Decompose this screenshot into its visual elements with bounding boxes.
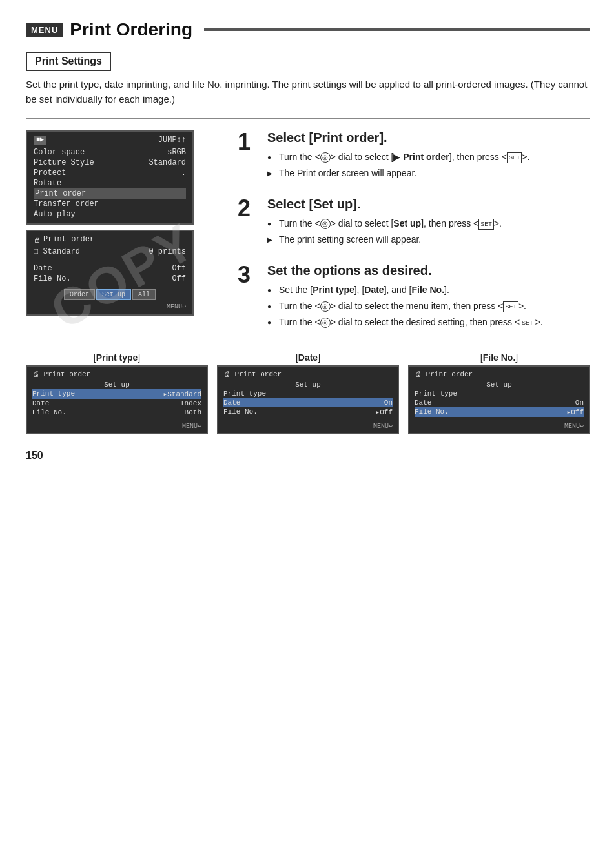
step-1-title: Select [Print order]. — [267, 130, 530, 145]
cam-header: ■▶ JUMP↕↑ — [34, 136, 186, 145]
pt-menu-bottom: MENU↩ — [32, 422, 201, 430]
print-settings-box: Print Settings — [26, 52, 111, 71]
date-label: [Date] — [217, 352, 399, 363]
pt-date: DateIndex — [32, 399, 201, 408]
set-icon-3: SET — [503, 301, 518, 313]
cam2-title: Print order — [43, 235, 94, 244]
step-1-arrow-1: The Print order screen will appear. — [267, 167, 530, 180]
cam2-row-fileno: File No.Off — [34, 274, 186, 284]
cam2-row-standard: □ Standard0 prints — [34, 247, 186, 257]
cam2-row-empty — [34, 257, 186, 263]
date-title: 🖨 Print order — [223, 370, 393, 378]
fn-title: 🖨 Print order — [415, 370, 584, 378]
step-2-content: Select [Set up]. Turn the <◎> dial to se… — [267, 197, 502, 249]
page-title: Print Ordering — [70, 19, 192, 40]
cam2-menu-bottom: MENU↩ — [34, 303, 186, 310]
step-2-bullets: Turn the <◎> dial to select [Set up], th… — [267, 217, 502, 247]
dial-icon-3: ◎ — [320, 301, 331, 312]
title-line-decoration — [204, 28, 590, 31]
camera-screen-2: 🖨 Print order □ Standard0 prints DateOff… — [26, 230, 194, 316]
section-divider — [26, 118, 590, 119]
date-setup: Set up — [223, 380, 393, 389]
dial-icon: ◎ — [320, 152, 331, 163]
cam-row-autoplay: Auto play — [34, 209, 186, 219]
cam-row-picturestyle: Picture StyleStandard — [34, 157, 186, 168]
step-1-content: Select [Print order]. Turn the <◎> dial … — [267, 130, 530, 183]
step-3-bullet-2: Turn the <◎> dial to select the menu ite… — [267, 299, 543, 313]
order-button[interactable]: Order — [64, 289, 95, 300]
set-icon: SET — [507, 152, 522, 164]
step-2-title: Select [Set up]. — [267, 197, 502, 212]
step-2: 2 Select [Set up]. Turn the <◎> dial to … — [238, 197, 590, 249]
cam-row-rotate: Rotate — [34, 178, 186, 188]
pt-fileno: File No.Both — [32, 408, 201, 417]
print-type-screen: 🖨 Print order Set up Print type▸Standard… — [26, 365, 208, 434]
step-3-bullets: Set the [Print type], [Date], and [File … — [267, 283, 543, 329]
step-1-bullets: Turn the <◎> dial to select [▶ Print ord… — [267, 150, 530, 180]
cam2-row-date: DateOff — [34, 263, 186, 274]
step-3-bullet-1: Set the [Print type], [Date], and [File … — [267, 283, 543, 297]
camera-screen-1: ■▶ JUMP↕↑ Color spacesRGB Picture StyleS… — [26, 130, 194, 225]
fileno-label: [File No.] — [408, 352, 590, 363]
print-settings-description: Set the print type, date imprinting, and… — [26, 77, 590, 106]
print-settings-heading: Print Settings — [35, 56, 102, 66]
date-screen-wrap: [Date] 🖨 Print order Set up Print type D… — [217, 352, 399, 434]
date-menu-bottom: MENU↩ — [223, 422, 393, 430]
fn-setup: Set up — [415, 380, 584, 389]
cam-row-transferorder: Transfer order — [34, 199, 186, 209]
step-2-number: 2 — [238, 197, 261, 220]
step-3-number: 3 — [238, 263, 261, 287]
right-column: 1 Select [Print order]. Turn the <◎> dia… — [226, 130, 590, 346]
pt-printtype: Print type▸Standard — [32, 389, 201, 399]
fileno-screen: 🖨 Print order Set up Print type DateOn F… — [408, 365, 590, 434]
bottom-section: [Print type] 🖨 Print order Set up Print … — [26, 352, 590, 434]
print-type-screen-wrap: [Print type] 🖨 Print order Set up Print … — [26, 352, 208, 434]
step-3-title: Set the options as desired. — [267, 263, 543, 278]
step-1-number: 1 — [238, 130, 261, 154]
step-2-bullet-1: Turn the <◎> dial to select [Set up], th… — [267, 217, 502, 230]
fn-printtype: Print type — [415, 389, 584, 398]
cam2-title-bar: 🖨 Print order — [34, 235, 186, 244]
fn-menu-bottom: MENU↩ — [415, 422, 584, 430]
bottom-screens-row: [Print type] 🖨 Print order Set up Print … — [26, 352, 590, 434]
left-column: ■▶ JUMP↕↑ Color spacesRGB Picture StyleS… — [26, 130, 226, 346]
cam2-btn-row: Order Set up All — [34, 289, 186, 300]
set-icon-2: SET — [478, 219, 494, 230]
dial-icon-2: ◎ — [320, 219, 331, 229]
step-3: 3 Set the options as desired. Set the [P… — [238, 263, 590, 332]
pt-setup: Set up — [32, 380, 201, 389]
pt-title: 🖨 Print order — [32, 370, 201, 378]
fileno-screen-wrap: [File No.] 🖨 Print order Set up Print ty… — [408, 352, 590, 434]
print-type-label: [Print type] — [26, 352, 208, 363]
step-1-bullet-1: Turn the <◎> dial to select [▶ Print ord… — [267, 150, 530, 164]
date-fileno: File No.▸Off — [223, 407, 393, 417]
cam-row-protect: Protect. — [34, 168, 186, 178]
play-icon: ■▶ — [34, 136, 46, 145]
setup-button[interactable]: Set up — [96, 289, 131, 300]
date-printtype: Print type — [223, 389, 393, 398]
jump-indicator: JUMP↕↑ — [158, 136, 186, 145]
fn-fileno: File No.▸Off — [415, 407, 584, 417]
print-order-icon: 🖨 — [34, 236, 41, 244]
all-button[interactable]: All — [132, 289, 156, 300]
step-2-arrow-1: The print setting screen will appear. — [267, 233, 502, 247]
title-row: MENU Print Ordering — [26, 19, 590, 40]
page-number: 150 — [26, 450, 590, 461]
date-screen: 🖨 Print order Set up Print type DateOn F… — [217, 365, 399, 434]
cam-row-printorder: Print order — [34, 188, 186, 199]
menu-badge: MENU — [26, 23, 63, 37]
dial-icon-4: ◎ — [320, 318, 331, 328]
cam-row-colorspace: Color spacesRGB — [34, 147, 186, 157]
step-3-bullet-3: Turn the <◎> dial to select the desired … — [267, 316, 543, 329]
fn-date: DateOn — [415, 398, 584, 407]
set-icon-4: SET — [520, 318, 535, 329]
main-area: ■▶ JUMP↕↑ Color spacesRGB Picture StyleS… — [26, 130, 590, 346]
date-date: DateOn — [223, 398, 393, 407]
step-3-content: Set the options as desired. Set the [Pri… — [267, 263, 543, 332]
step-1: 1 Select [Print order]. Turn the <◎> dia… — [238, 130, 590, 183]
